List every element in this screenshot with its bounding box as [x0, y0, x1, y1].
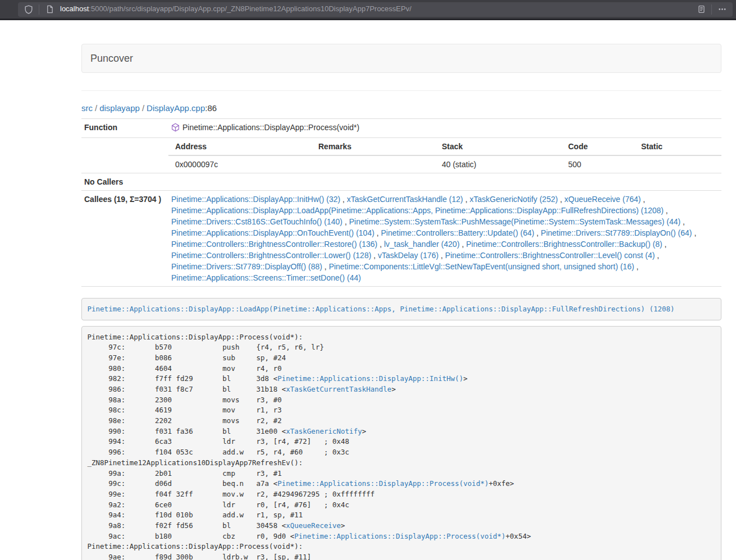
more-options-icon[interactable] [716, 3, 728, 16]
code-symbol-link[interactable]: Pinetime::Applications::DisplayApp::Proc… [294, 532, 505, 540]
breadcrumb-link-file[interactable]: DisplayApp.cpp [147, 103, 205, 113]
col-header-remarks: Remarks [312, 138, 435, 155]
divider [81, 90, 721, 91]
no-callers-row: No Callers [81, 173, 721, 191]
code-symbol-link[interactable]: xTaskGetCurrentTaskHandle [286, 385, 391, 393]
callee-link[interactable]: Pinetime::Controllers::BrightnessControl… [171, 240, 377, 249]
code-value: 500 [561, 155, 634, 173]
loadapp-signature-link[interactable]: Pinetime::Applications::DisplayApp::Load… [88, 305, 675, 313]
disassembly-code: Pinetime::Applications::DisplayApp::Proc… [81, 326, 721, 560]
callee-link[interactable]: lv_task_handler (420) [384, 240, 460, 249]
function-detail-table: Function Pinetime::Applications::Display… [81, 118, 721, 287]
function-name: Pinetime::Applications::DisplayApp::Proc… [182, 123, 359, 132]
callee-link[interactable]: xTaskGenericNotify (252) [469, 195, 557, 204]
breadcrumb: src/displayapp/DisplayApp.cpp:86 [81, 102, 721, 114]
loadapp-signature-box: Pinetime::Applications::DisplayApp::Load… [81, 298, 721, 320]
shield-icon[interactable] [22, 3, 35, 16]
breadcrumb-link-displayapp[interactable]: displayapp [99, 103, 140, 113]
callee-link[interactable]: Pinetime::Controllers::BrightnessControl… [466, 240, 662, 249]
function-row: Function Pinetime::Applications::Display… [81, 119, 721, 138]
col-header-address: Address [168, 138, 312, 155]
code-symbol-link[interactable]: xTaskGenericNotify [286, 427, 362, 435]
url-host: localhost [60, 4, 89, 13]
remarks-value [312, 155, 435, 173]
toolbar-bottom-border [0, 19, 736, 20]
callee-link[interactable]: xTaskGetCurrentTaskHandle (12) [347, 195, 463, 204]
code-symbol-link[interactable]: Pinetime::Applications::DisplayApp::Init… [277, 374, 463, 383]
callee-link[interactable]: Pinetime::Applications::DisplayApp::OnTo… [171, 228, 374, 237]
metrics-values-row: 0x0000097c 40 (static) 500 [168, 155, 721, 173]
url-path: :5000/path/src/displayapp/DisplayApp.cpp… [89, 4, 412, 13]
address-value: 0x0000097c [168, 155, 312, 173]
callee-link[interactable]: xQueueReceive (764) [564, 195, 641, 204]
code-symbol-link[interactable]: xQueueReceive [286, 521, 341, 530]
brand-title: Puncover [90, 53, 133, 64]
callee-link[interactable]: Pinetime::Controllers::BrightnessControl… [445, 251, 655, 260]
callees-row: Callees (19, Σ=3704 ) Pinetime::Applicat… [81, 191, 721, 287]
url-text[interactable]: localhost:5000/path/src/displayapp/Displ… [60, 4, 695, 15]
callee-link[interactable]: Pinetime::Controllers::BrightnessControl… [171, 251, 371, 260]
page-icon[interactable] [43, 3, 56, 16]
app-navbar: Puncover [81, 44, 721, 73]
function-cube-icon [171, 123, 180, 135]
callee-link[interactable]: Pinetime::Drivers::St7789::DisplayOff() … [171, 262, 322, 271]
callee-link[interactable]: Pinetime::Components::LittleVgl::SetNewT… [329, 262, 634, 271]
breadcrumb-separator: / [93, 103, 99, 113]
static-value [634, 155, 721, 173]
callee-link[interactable]: Pinetime::Applications::Screens::Timer::… [171, 273, 361, 282]
metrics-table: Address Remarks Stack Code Static 0x0000… [168, 138, 721, 173]
url-bar[interactable]: localhost:5000/path/src/displayapp/Displ… [18, 2, 733, 17]
urlbar-divider [39, 4, 39, 15]
callee-link[interactable]: Pinetime::Drivers::Cst816S::GetTouchInfo… [171, 217, 342, 226]
breadcrumb-link-src[interactable]: src [81, 103, 93, 113]
col-header-stack: Stack [435, 138, 561, 155]
callee-link[interactable]: Pinetime::Applications::DisplayApp::Init… [171, 195, 340, 204]
col-header-static: Static [634, 138, 721, 155]
page: Puncover src/displayapp/DisplayApp.cpp:8… [0, 44, 736, 560]
callee-link[interactable]: Pinetime::Controllers::Battery::Update()… [381, 228, 534, 237]
callee-link[interactable]: Pinetime::System::SystemTask::PushMessag… [349, 217, 681, 226]
callees-list: Pinetime::Applications::DisplayApp::Init… [168, 191, 721, 287]
breadcrumb-separator: / [140, 103, 147, 113]
metrics-row: Address Remarks Stack Code Static 0x0000… [81, 138, 721, 173]
browser-toolbar: localhost:5000/path/src/displayapp/Displ… [0, 0, 736, 19]
callees-label: Callees (19, Σ=3704 ) [81, 191, 168, 287]
code-symbol-link[interactable]: Pinetime::Applications::DisplayApp::Proc… [277, 479, 488, 488]
callee-link[interactable]: Pinetime::Applications::DisplayApp::Load… [171, 206, 664, 215]
breadcrumb-line-number: :86 [205, 103, 217, 113]
function-label: Function [81, 119, 168, 138]
callee-link[interactable]: vTaskDelay (176) [378, 251, 438, 260]
urlbar-divider-2 [711, 4, 712, 15]
stack-value: 40 (static) [435, 155, 561, 173]
no-callers-label: No Callers [81, 173, 168, 191]
callee-link[interactable]: Pinetime::Drivers::St7789::DisplayOn() (… [541, 228, 692, 237]
reader-view-icon[interactable] [695, 3, 707, 16]
col-header-code: Code [561, 138, 634, 155]
